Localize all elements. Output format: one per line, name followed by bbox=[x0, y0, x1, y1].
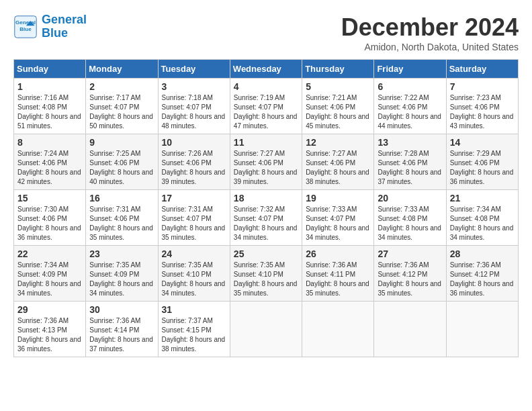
day-number: 23 bbox=[89, 248, 154, 259]
calendar-cell: 18 Sunrise: 7:32 AM Sunset: 4:07 PM Dayl… bbox=[230, 190, 302, 246]
calendar-cell: 11 Sunrise: 7:27 AM Sunset: 4:06 PM Dayl… bbox=[230, 134, 302, 190]
day-info: Sunrise: 7:18 AM Sunset: 4:07 PM Dayligh… bbox=[162, 93, 226, 131]
day-number: 22 bbox=[17, 248, 82, 259]
day-number: 28 bbox=[450, 248, 515, 259]
day-info: Sunrise: 7:19 AM Sunset: 4:07 PM Dayligh… bbox=[234, 93, 298, 131]
day-number: 31 bbox=[162, 304, 226, 315]
day-number: 29 bbox=[17, 304, 82, 315]
title-block: December 2024 Amidon, North Dakota, Unit… bbox=[341, 13, 519, 52]
calendar-cell: 19 Sunrise: 7:33 AM Sunset: 4:07 PM Dayl… bbox=[302, 190, 374, 246]
day-of-week-header: Saturday bbox=[446, 60, 518, 79]
day-of-week-header: Tuesday bbox=[158, 60, 230, 79]
day-number: 2 bbox=[89, 81, 154, 92]
day-info: Sunrise: 7:27 AM Sunset: 4:06 PM Dayligh… bbox=[234, 149, 298, 187]
day-number: 24 bbox=[162, 248, 226, 259]
day-number: 9 bbox=[89, 137, 154, 148]
svg-text:Blue: Blue bbox=[19, 26, 32, 32]
calendar-cell: 6 Sunrise: 7:22 AM Sunset: 4:06 PM Dayli… bbox=[374, 79, 446, 134]
day-number: 26 bbox=[306, 248, 370, 259]
day-of-week-header: Thursday bbox=[302, 60, 374, 79]
calendar-cell: 7 Sunrise: 7:23 AM Sunset: 4:06 PM Dayli… bbox=[446, 79, 518, 134]
day-number: 21 bbox=[450, 193, 515, 203]
day-info: Sunrise: 7:22 AM Sunset: 4:06 PM Dayligh… bbox=[378, 93, 442, 131]
day-info: Sunrise: 7:35 AM Sunset: 4:10 PM Dayligh… bbox=[162, 261, 226, 298]
calendar-cell: 24 Sunrise: 7:35 AM Sunset: 4:10 PM Dayl… bbox=[158, 246, 230, 302]
day-number: 14 bbox=[450, 137, 515, 148]
calendar-body: 1 Sunrise: 7:16 AM Sunset: 4:08 PM Dayli… bbox=[14, 79, 519, 357]
logo-text: General Blue bbox=[42, 13, 87, 40]
day-info: Sunrise: 7:33 AM Sunset: 4:07 PM Dayligh… bbox=[306, 205, 370, 242]
day-info: Sunrise: 7:36 AM Sunset: 4:11 PM Dayligh… bbox=[306, 261, 370, 298]
day-info: Sunrise: 7:31 AM Sunset: 4:07 PM Dayligh… bbox=[162, 205, 226, 242]
calendar-cell: 31 Sunrise: 7:37 AM Sunset: 4:15 PM Dayl… bbox=[158, 302, 230, 357]
calendar-cell bbox=[302, 302, 374, 357]
day-info: Sunrise: 7:33 AM Sunset: 4:08 PM Dayligh… bbox=[378, 205, 442, 242]
calendar-cell: 21 Sunrise: 7:34 AM Sunset: 4:08 PM Dayl… bbox=[446, 190, 518, 246]
calendar-cell bbox=[446, 302, 518, 357]
calendar-cell: 9 Sunrise: 7:25 AM Sunset: 4:06 PM Dayli… bbox=[86, 134, 158, 190]
calendar-week-row: 22 Sunrise: 7:34 AM Sunset: 4:09 PM Dayl… bbox=[14, 246, 519, 302]
day-info: Sunrise: 7:36 AM Sunset: 4:13 PM Dayligh… bbox=[17, 316, 82, 354]
calendar-week-row: 15 Sunrise: 7:30 AM Sunset: 4:06 PM Dayl… bbox=[14, 190, 519, 246]
calendar-cell: 26 Sunrise: 7:36 AM Sunset: 4:11 PM Dayl… bbox=[302, 246, 374, 302]
day-number: 10 bbox=[162, 137, 226, 148]
calendar-cell: 28 Sunrise: 7:36 AM Sunset: 4:12 PM Dayl… bbox=[446, 246, 518, 302]
day-number: 19 bbox=[306, 193, 370, 203]
calendar-cell: 23 Sunrise: 7:35 AM Sunset: 4:09 PM Dayl… bbox=[86, 246, 158, 302]
day-info: Sunrise: 7:35 AM Sunset: 4:09 PM Dayligh… bbox=[89, 261, 154, 298]
calendar-header-row: SundayMondayTuesdayWednesdayThursdayFrid… bbox=[14, 60, 519, 79]
day-info: Sunrise: 7:26 AM Sunset: 4:06 PM Dayligh… bbox=[162, 149, 226, 187]
day-info: Sunrise: 7:17 AM Sunset: 4:07 PM Dayligh… bbox=[89, 93, 154, 131]
calendar-cell: 10 Sunrise: 7:26 AM Sunset: 4:06 PM Dayl… bbox=[158, 134, 230, 190]
day-info: Sunrise: 7:32 AM Sunset: 4:07 PM Dayligh… bbox=[234, 205, 298, 242]
calendar-cell: 30 Sunrise: 7:36 AM Sunset: 4:14 PM Dayl… bbox=[86, 302, 158, 357]
calendar-table: SundayMondayTuesdayWednesdayThursdayFrid… bbox=[13, 59, 519, 357]
page-header: General Blue General Blue December 2024 … bbox=[13, 13, 519, 52]
calendar-cell: 3 Sunrise: 7:18 AM Sunset: 4:07 PM Dayli… bbox=[158, 79, 230, 134]
day-number: 4 bbox=[234, 81, 298, 92]
calendar-cell: 25 Sunrise: 7:35 AM Sunset: 4:10 PM Dayl… bbox=[230, 246, 302, 302]
calendar-cell: 1 Sunrise: 7:16 AM Sunset: 4:08 PM Dayli… bbox=[14, 79, 86, 134]
location: Amidon, North Dakota, United States bbox=[341, 42, 519, 52]
day-number: 11 bbox=[234, 137, 298, 148]
month-title: December 2024 bbox=[341, 13, 519, 42]
calendar-cell bbox=[230, 302, 302, 357]
day-number: 7 bbox=[450, 81, 515, 92]
day-number: 30 bbox=[89, 304, 154, 315]
day-of-week-header: Monday bbox=[86, 60, 158, 79]
day-of-week-header: Wednesday bbox=[230, 60, 302, 79]
calendar-cell: 20 Sunrise: 7:33 AM Sunset: 4:08 PM Dayl… bbox=[374, 190, 446, 246]
day-info: Sunrise: 7:30 AM Sunset: 4:06 PM Dayligh… bbox=[17, 205, 82, 242]
day-info: Sunrise: 7:16 AM Sunset: 4:08 PM Dayligh… bbox=[17, 93, 82, 131]
calendar-cell: 16 Sunrise: 7:31 AM Sunset: 4:06 PM Dayl… bbox=[86, 190, 158, 246]
logo: General Blue General Blue bbox=[13, 13, 87, 40]
day-number: 5 bbox=[306, 81, 370, 92]
day-info: Sunrise: 7:28 AM Sunset: 4:06 PM Dayligh… bbox=[378, 149, 442, 187]
day-info: Sunrise: 7:35 AM Sunset: 4:10 PM Dayligh… bbox=[234, 261, 298, 298]
calendar-cell: 8 Sunrise: 7:24 AM Sunset: 4:06 PM Dayli… bbox=[14, 134, 86, 190]
day-number: 20 bbox=[378, 193, 442, 203]
calendar-cell: 5 Sunrise: 7:21 AM Sunset: 4:06 PM Dayli… bbox=[302, 79, 374, 134]
day-number: 8 bbox=[17, 137, 82, 148]
day-number: 16 bbox=[89, 193, 154, 203]
calendar-cell: 2 Sunrise: 7:17 AM Sunset: 4:07 PM Dayli… bbox=[86, 79, 158, 134]
calendar-cell: 17 Sunrise: 7:31 AM Sunset: 4:07 PM Dayl… bbox=[158, 190, 230, 246]
day-number: 13 bbox=[378, 137, 442, 148]
day-info: Sunrise: 7:27 AM Sunset: 4:06 PM Dayligh… bbox=[306, 149, 370, 187]
calendar-cell: 4 Sunrise: 7:19 AM Sunset: 4:07 PM Dayli… bbox=[230, 79, 302, 134]
day-number: 25 bbox=[234, 248, 298, 259]
calendar-week-row: 1 Sunrise: 7:16 AM Sunset: 4:08 PM Dayli… bbox=[14, 79, 519, 134]
day-info: Sunrise: 7:34 AM Sunset: 4:09 PM Dayligh… bbox=[17, 261, 82, 298]
calendar-cell: 12 Sunrise: 7:27 AM Sunset: 4:06 PM Dayl… bbox=[302, 134, 374, 190]
day-info: Sunrise: 7:36 AM Sunset: 4:12 PM Dayligh… bbox=[378, 261, 442, 298]
calendar-cell: 29 Sunrise: 7:36 AM Sunset: 4:13 PM Dayl… bbox=[14, 302, 86, 357]
calendar-cell: 15 Sunrise: 7:30 AM Sunset: 4:06 PM Dayl… bbox=[14, 190, 86, 246]
day-number: 18 bbox=[234, 193, 298, 203]
day-info: Sunrise: 7:36 AM Sunset: 4:14 PM Dayligh… bbox=[89, 316, 154, 354]
day-number: 6 bbox=[378, 81, 442, 92]
day-number: 12 bbox=[306, 137, 370, 148]
calendar-cell: 13 Sunrise: 7:28 AM Sunset: 4:06 PM Dayl… bbox=[374, 134, 446, 190]
day-number: 15 bbox=[17, 193, 82, 203]
logo-icon: General Blue bbox=[13, 15, 38, 39]
day-info: Sunrise: 7:21 AM Sunset: 4:06 PM Dayligh… bbox=[306, 93, 370, 131]
